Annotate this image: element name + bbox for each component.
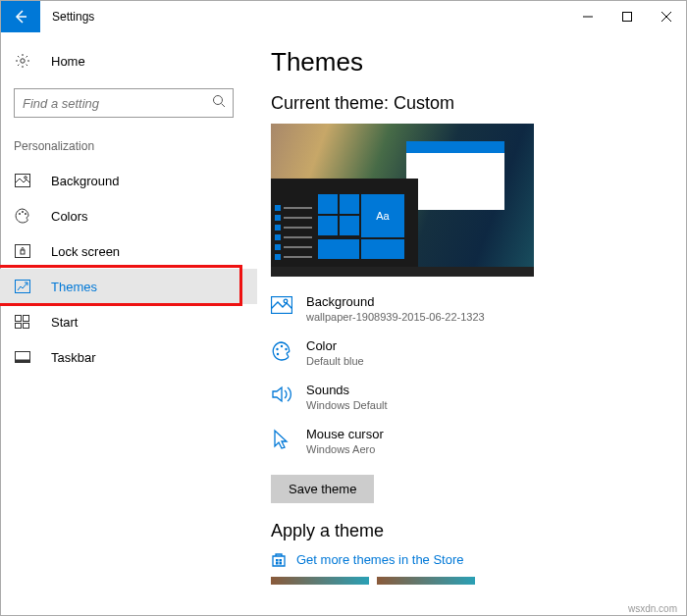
watermark: wsxdn.com [628,603,677,614]
setting-value: Windows Aero [306,443,384,455]
palette-icon [14,208,31,224]
store-icon [271,551,287,567]
close-button[interactable] [647,1,686,32]
svg-rect-23 [276,559,279,562]
svg-point-5 [19,213,21,215]
svg-rect-13 [16,324,22,329]
sidebar-item-background[interactable]: Background [14,163,251,198]
setting-value: Windows Default [306,399,388,411]
setting-value: wallpaper-1908939-2015-06-22-1323 [306,311,485,323]
theme-preview: Aa [271,124,534,277]
sidebar-item-lockscreen[interactable]: Lock screen [14,233,251,269]
setting-sounds[interactable]: Sounds Windows Default [271,383,667,411]
themes-icon [14,280,31,293]
sound-icon [271,383,292,404]
setting-background[interactable]: Background wallpaper-1908939-2015-06-22-… [271,294,667,323]
svg-rect-12 [24,316,29,322]
svg-point-22 [277,353,279,355]
svg-point-19 [276,348,278,350]
content-pane: Themes Current theme: Custom Aa Backgrou… [251,31,687,598]
palette-icon [271,338,292,362]
svg-rect-8 [16,245,30,258]
save-theme-button[interactable]: Save theme [271,475,374,503]
search-field[interactable] [14,88,234,118]
picture-icon [14,174,31,187]
store-link-text: Get more themes in the Store [296,552,464,567]
gear-icon [14,53,31,69]
setting-title: Background [306,294,485,309]
sidebar-item-taskbar[interactable]: Taskbar [14,339,251,375]
maximize-icon [622,12,632,22]
preview-sample-text: Aa [361,194,404,237]
highlight-box [0,265,242,306]
titlebar: Settings [1,1,686,32]
sidebar-item-label: Start [51,315,78,330]
setting-title: Mouse cursor [306,427,384,441]
svg-point-7 [25,213,26,215]
sidebar-item-start[interactable]: Start [14,304,251,339]
setting-cursor[interactable]: Mouse cursor Windows Aero [271,427,667,455]
sidebar-item-label: Colors [51,209,88,224]
apply-theme-header: Apply a theme [271,521,667,541]
svg-point-4 [25,177,27,180]
svg-rect-11 [16,316,22,322]
svg-rect-14 [24,324,29,329]
taskbar-icon [14,351,31,363]
close-icon [661,12,671,22]
cursor-icon [271,427,292,450]
svg-point-18 [284,299,288,303]
svg-point-21 [285,348,287,350]
maximize-button[interactable] [608,1,647,32]
lock-icon [14,244,31,258]
svg-rect-24 [280,559,283,562]
setting-value: Default blue [306,355,364,367]
theme-thumbnail[interactable] [271,577,369,585]
theme-thumbnail[interactable] [377,577,475,585]
setting-title: Color [306,338,364,353]
svg-rect-26 [280,562,283,565]
svg-rect-25 [276,562,279,565]
current-theme-label: Current theme: Custom [271,93,667,114]
start-icon [14,315,31,329]
search-input[interactable] [14,88,234,118]
picture-icon [271,294,292,314]
sidebar-item-themes[interactable]: Themes [0,269,257,304]
sidebar: Home Personalization Background Colors L… [0,31,251,598]
sidebar-item-label: Lock screen [51,244,120,259]
sidebar-item-label: Background [51,174,119,188]
home-button[interactable]: Home [14,43,251,78]
theme-thumbnails [271,577,667,585]
page-title: Themes [271,47,667,77]
search-icon [212,94,226,108]
svg-rect-10 [16,281,30,293]
store-link[interactable]: Get more themes in the Store [271,551,667,567]
home-label: Home [51,54,85,69]
window-title: Settings [40,1,106,32]
setting-color[interactable]: Color Default blue [271,338,667,367]
sidebar-section-label: Personalization [14,139,251,153]
sidebar-item-label: Taskbar [51,350,96,365]
svg-point-2 [214,96,223,105]
arrow-left-icon [13,9,28,25]
svg-rect-16 [16,360,30,363]
svg-rect-9 [21,250,25,254]
svg-point-6 [22,211,24,213]
setting-title: Sounds [306,383,388,397]
back-button[interactable] [1,1,40,32]
sidebar-item-colors[interactable]: Colors [14,198,251,233]
minimize-icon [583,12,593,22]
svg-rect-0 [623,13,632,22]
svg-point-20 [281,345,283,347]
minimize-button[interactable] [568,1,608,32]
svg-point-1 [21,59,25,63]
sidebar-item-label: Themes [51,280,97,294]
